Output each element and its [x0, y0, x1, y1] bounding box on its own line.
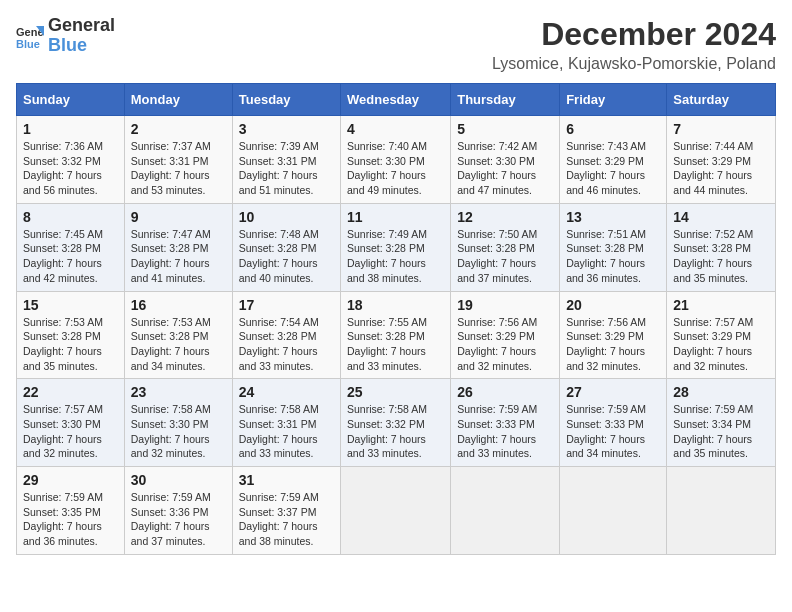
location-title: Lysomice, Kujawsko-Pomorskie, Poland	[492, 55, 776, 73]
day-number: 25	[347, 384, 444, 400]
day-number: 3	[239, 121, 334, 137]
weekday-header-monday: Monday	[124, 84, 232, 116]
calendar-cell: 13Sunrise: 7:51 AMSunset: 3:28 PMDayligh…	[560, 203, 667, 291]
logo: General Blue General Blue	[16, 16, 115, 56]
day-detail: Sunrise: 7:59 AMSunset: 3:33 PMDaylight:…	[566, 402, 660, 461]
day-number: 12	[457, 209, 553, 225]
calendar-cell: 9Sunrise: 7:47 AMSunset: 3:28 PMDaylight…	[124, 203, 232, 291]
day-detail: Sunrise: 7:59 AMSunset: 3:34 PMDaylight:…	[673, 402, 769, 461]
day-detail: Sunrise: 7:44 AMSunset: 3:29 PMDaylight:…	[673, 139, 769, 198]
day-number: 14	[673, 209, 769, 225]
calendar-cell: 28Sunrise: 7:59 AMSunset: 3:34 PMDayligh…	[667, 379, 776, 467]
day-number: 17	[239, 297, 334, 313]
day-number: 13	[566, 209, 660, 225]
calendar-cell: 2Sunrise: 7:37 AMSunset: 3:31 PMDaylight…	[124, 116, 232, 204]
header: General Blue General Blue December 2024 …	[16, 16, 776, 73]
day-detail: Sunrise: 7:59 AMSunset: 3:37 PMDaylight:…	[239, 490, 334, 549]
day-number: 24	[239, 384, 334, 400]
day-number: 5	[457, 121, 553, 137]
day-number: 30	[131, 472, 226, 488]
calendar-cell: 7Sunrise: 7:44 AMSunset: 3:29 PMDaylight…	[667, 116, 776, 204]
calendar-cell: 30Sunrise: 7:59 AMSunset: 3:36 PMDayligh…	[124, 467, 232, 555]
calendar-cell	[341, 467, 451, 555]
calendar-cell: 5Sunrise: 7:42 AMSunset: 3:30 PMDaylight…	[451, 116, 560, 204]
month-title: December 2024	[492, 16, 776, 53]
day-number: 7	[673, 121, 769, 137]
day-number: 2	[131, 121, 226, 137]
day-detail: Sunrise: 7:57 AMSunset: 3:30 PMDaylight:…	[23, 402, 118, 461]
calendar-cell: 6Sunrise: 7:43 AMSunset: 3:29 PMDaylight…	[560, 116, 667, 204]
calendar-cell: 8Sunrise: 7:45 AMSunset: 3:28 PMDaylight…	[17, 203, 125, 291]
calendar-cell: 27Sunrise: 7:59 AMSunset: 3:33 PMDayligh…	[560, 379, 667, 467]
calendar-cell: 29Sunrise: 7:59 AMSunset: 3:35 PMDayligh…	[17, 467, 125, 555]
day-number: 16	[131, 297, 226, 313]
calendar-cell: 3Sunrise: 7:39 AMSunset: 3:31 PMDaylight…	[232, 116, 340, 204]
day-number: 28	[673, 384, 769, 400]
day-number: 19	[457, 297, 553, 313]
weekday-header-tuesday: Tuesday	[232, 84, 340, 116]
calendar-cell: 18Sunrise: 7:55 AMSunset: 3:28 PMDayligh…	[341, 291, 451, 379]
calendar-cell: 22Sunrise: 7:57 AMSunset: 3:30 PMDayligh…	[17, 379, 125, 467]
day-number: 31	[239, 472, 334, 488]
day-detail: Sunrise: 7:59 AMSunset: 3:33 PMDaylight:…	[457, 402, 553, 461]
day-detail: Sunrise: 7:53 AMSunset: 3:28 PMDaylight:…	[131, 315, 226, 374]
calendar-cell: 14Sunrise: 7:52 AMSunset: 3:28 PMDayligh…	[667, 203, 776, 291]
logo-blue: Blue	[48, 36, 115, 56]
day-number: 29	[23, 472, 118, 488]
calendar-cell: 17Sunrise: 7:54 AMSunset: 3:28 PMDayligh…	[232, 291, 340, 379]
day-detail: Sunrise: 7:58 AMSunset: 3:32 PMDaylight:…	[347, 402, 444, 461]
calendar-cell: 15Sunrise: 7:53 AMSunset: 3:28 PMDayligh…	[17, 291, 125, 379]
day-number: 22	[23, 384, 118, 400]
weekday-header-friday: Friday	[560, 84, 667, 116]
day-number: 9	[131, 209, 226, 225]
calendar-cell: 23Sunrise: 7:58 AMSunset: 3:30 PMDayligh…	[124, 379, 232, 467]
weekday-header-thursday: Thursday	[451, 84, 560, 116]
calendar-cell: 21Sunrise: 7:57 AMSunset: 3:29 PMDayligh…	[667, 291, 776, 379]
logo-icon: General Blue	[16, 22, 44, 50]
day-detail: Sunrise: 7:56 AMSunset: 3:29 PMDaylight:…	[566, 315, 660, 374]
calendar-cell: 24Sunrise: 7:58 AMSunset: 3:31 PMDayligh…	[232, 379, 340, 467]
calendar-cell	[560, 467, 667, 555]
title-area: December 2024 Lysomice, Kujawsko-Pomorsk…	[492, 16, 776, 73]
calendar-cell: 19Sunrise: 7:56 AMSunset: 3:29 PMDayligh…	[451, 291, 560, 379]
day-number: 6	[566, 121, 660, 137]
day-detail: Sunrise: 7:52 AMSunset: 3:28 PMDaylight:…	[673, 227, 769, 286]
calendar-cell: 10Sunrise: 7:48 AMSunset: 3:28 PMDayligh…	[232, 203, 340, 291]
calendar-cell: 1Sunrise: 7:36 AMSunset: 3:32 PMDaylight…	[17, 116, 125, 204]
calendar-cell	[451, 467, 560, 555]
calendar-cell: 26Sunrise: 7:59 AMSunset: 3:33 PMDayligh…	[451, 379, 560, 467]
weekday-header-sunday: Sunday	[17, 84, 125, 116]
day-number: 11	[347, 209, 444, 225]
day-detail: Sunrise: 7:39 AMSunset: 3:31 PMDaylight:…	[239, 139, 334, 198]
day-detail: Sunrise: 7:45 AMSunset: 3:28 PMDaylight:…	[23, 227, 118, 286]
day-detail: Sunrise: 7:40 AMSunset: 3:30 PMDaylight:…	[347, 139, 444, 198]
day-detail: Sunrise: 7:48 AMSunset: 3:28 PMDaylight:…	[239, 227, 334, 286]
day-detail: Sunrise: 7:50 AMSunset: 3:28 PMDaylight:…	[457, 227, 553, 286]
day-detail: Sunrise: 7:56 AMSunset: 3:29 PMDaylight:…	[457, 315, 553, 374]
calendar-cell	[667, 467, 776, 555]
day-detail: Sunrise: 7:43 AMSunset: 3:29 PMDaylight:…	[566, 139, 660, 198]
logo-general: General	[48, 16, 115, 36]
day-number: 20	[566, 297, 660, 313]
calendar: SundayMondayTuesdayWednesdayThursdayFrid…	[16, 83, 776, 555]
day-number: 21	[673, 297, 769, 313]
day-number: 1	[23, 121, 118, 137]
svg-text:Blue: Blue	[16, 38, 40, 50]
calendar-cell: 16Sunrise: 7:53 AMSunset: 3:28 PMDayligh…	[124, 291, 232, 379]
day-detail: Sunrise: 7:58 AMSunset: 3:30 PMDaylight:…	[131, 402, 226, 461]
day-detail: Sunrise: 7:47 AMSunset: 3:28 PMDaylight:…	[131, 227, 226, 286]
day-detail: Sunrise: 7:55 AMSunset: 3:28 PMDaylight:…	[347, 315, 444, 374]
day-detail: Sunrise: 7:59 AMSunset: 3:36 PMDaylight:…	[131, 490, 226, 549]
day-detail: Sunrise: 7:49 AMSunset: 3:28 PMDaylight:…	[347, 227, 444, 286]
day-number: 23	[131, 384, 226, 400]
day-detail: Sunrise: 7:57 AMSunset: 3:29 PMDaylight:…	[673, 315, 769, 374]
day-number: 15	[23, 297, 118, 313]
calendar-cell: 20Sunrise: 7:56 AMSunset: 3:29 PMDayligh…	[560, 291, 667, 379]
day-detail: Sunrise: 7:51 AMSunset: 3:28 PMDaylight:…	[566, 227, 660, 286]
calendar-cell: 4Sunrise: 7:40 AMSunset: 3:30 PMDaylight…	[341, 116, 451, 204]
day-detail: Sunrise: 7:58 AMSunset: 3:31 PMDaylight:…	[239, 402, 334, 461]
day-number: 27	[566, 384, 660, 400]
weekday-header-wednesday: Wednesday	[341, 84, 451, 116]
day-number: 10	[239, 209, 334, 225]
day-detail: Sunrise: 7:42 AMSunset: 3:30 PMDaylight:…	[457, 139, 553, 198]
